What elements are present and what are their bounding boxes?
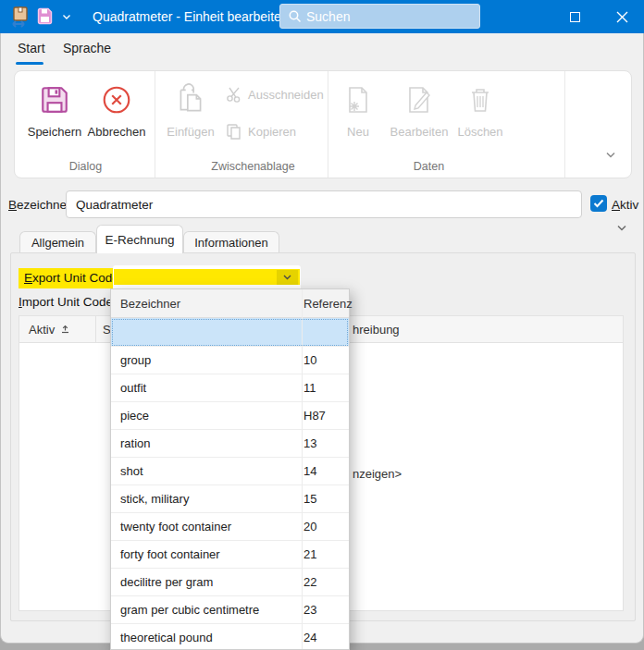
trash-icon (466, 80, 494, 119)
speichern-button[interactable]: Speichern (24, 77, 85, 154)
ribbon-panel: Speichern Abbrechen Dialog E (14, 70, 632, 178)
ribbon-collapse-chevron-icon[interactable] (604, 151, 617, 160)
dropdown-row[interactable]: forty foot container21 (111, 541, 349, 569)
ribbon-tab-sprache[interactable]: Sprache (63, 41, 111, 55)
dropdown-row-referenz: 14 (303, 458, 316, 485)
dropdown-row[interactable]: theoretical pound24 (111, 624, 349, 650)
neu-button[interactable]: Neu (330, 77, 386, 154)
dropdown-row-bezeichner: forty foot container (120, 541, 220, 569)
dropdown-row[interactable]: stick, military15 (111, 485, 349, 513)
loeschen-button[interactable]: Löschen (452, 77, 508, 154)
background-text-fragment: nzeigen> (353, 467, 402, 481)
dropdown-row-referenz: 20 (303, 513, 316, 541)
dropdown-row[interactable]: pieceH87 (111, 402, 349, 430)
bezeichner-input[interactable]: Quadratmeter (66, 190, 582, 218)
group-divider (155, 71, 155, 178)
dropdown-row[interactable]: twenty foot container20 (111, 513, 349, 541)
aktiv-label: Aktiv (612, 198, 638, 212)
tab-allgemein[interactable]: Allgemein (19, 231, 96, 252)
column-divider (95, 316, 96, 342)
dropdown-row-bezeichner: piece (120, 402, 149, 430)
neu-label: Neu (347, 125, 369, 139)
quick-access-chevron-icon[interactable] (61, 12, 72, 21)
tab-informationen[interactable]: Informationen (183, 231, 279, 252)
dropdown-column-divider (302, 289, 303, 649)
scissors-icon (226, 86, 242, 103)
dropdown-row-referenz: 15 (303, 485, 316, 513)
active-tab-indicator (16, 62, 43, 65)
export-unit-code-combobox[interactable] (113, 265, 301, 289)
dropdown-row[interactable]: ration13 (111, 430, 349, 458)
kopieren-button[interactable]: Kopieren (226, 123, 296, 140)
einfuegen-label: Einfügen (167, 125, 214, 139)
new-document-icon (343, 80, 373, 119)
app-logo-icon (11, 6, 31, 28)
paste-icon (174, 80, 207, 119)
dropdown-row-bezeichner: outfit (120, 374, 146, 402)
import-unit-codes-label: Import Unit Codes (19, 295, 119, 309)
close-icon (616, 11, 628, 23)
speichern-label: Speichern (28, 125, 82, 139)
dropdown-row-referenz: 24 (303, 624, 316, 650)
close-button[interactable] (601, 0, 643, 33)
dropdown-row-referenz: 11 (303, 374, 316, 402)
dropdown-row-referenz: 13 (303, 430, 316, 458)
dropdown-row[interactable] (111, 318, 349, 347)
group-label-dialog: Dialog (37, 160, 134, 173)
titlebar: Quadratmeter - Einheit bearbeiten Suchen (0, 0, 644, 33)
group-label-zwischenablage: Zwischenablage (181, 160, 325, 173)
dropdown-row[interactable]: gram per cubic centimetre23 (111, 596, 349, 624)
tab-e-rechnung[interactable]: E-Rechnung (96, 225, 183, 253)
column-header-beschreibung[interactable]: hreibung (353, 316, 400, 343)
save-icon (39, 80, 70, 119)
edit-document-icon (404, 80, 434, 119)
dropdown-row-bezeichner: theoretical pound (120, 624, 213, 650)
dropdown-row[interactable]: outfit11 (111, 374, 349, 402)
group-label-daten: Daten (371, 160, 487, 173)
dropdown-row[interactable]: shot14 (111, 458, 349, 485)
group-divider (564, 71, 565, 178)
search-icon (288, 9, 303, 24)
dropdown-header-bezeichner: Bezeichner (120, 289, 180, 318)
bearbeiten-label: Bearbeiten (390, 125, 449, 139)
einfuegen-button[interactable]: Einfügen (160, 77, 221, 154)
combobox-highlight (114, 269, 300, 285)
search-input[interactable]: Suchen (279, 4, 480, 29)
abbrechen-label: Abbrechen (88, 125, 146, 139)
chevron-down-icon (282, 274, 292, 281)
sort-ascending-icon (60, 325, 70, 335)
dropdown-row-referenz: 10 (303, 347, 316, 374)
column-header-aktiv[interactable]: Aktiv (29, 316, 70, 343)
dropdown-row-bezeichner: group (120, 347, 151, 374)
dropdown-row[interactable]: group10 (111, 347, 349, 374)
app-window: Quadratmeter - Einheit bearbeiten Suchen… (0, 0, 644, 644)
dropdown-row-bezeichner: gram per cubic centimetre (120, 596, 259, 624)
cancel-icon (101, 80, 132, 119)
ribbon-tab-start[interactable]: Start (18, 41, 45, 55)
panel-collapse-chevron-icon[interactable] (615, 224, 628, 233)
ausschneiden-button[interactable]: Ausschneiden (226, 86, 324, 103)
combobox-dropdown-button[interactable] (277, 270, 298, 285)
abbrechen-button[interactable]: Abbrechen (86, 77, 147, 154)
dropdown-row-bezeichner: stick, military (120, 485, 189, 513)
aktiv-checkbox[interactable] (590, 195, 607, 212)
search-placeholder: Suchen (306, 9, 350, 24)
window-title: Quadratmeter - Einheit bearbeiten (93, 0, 289, 33)
export-unit-code-label: Export Unit Code (19, 268, 125, 288)
dropdown-row[interactable]: decilitre per gram22 (111, 569, 349, 596)
ausschneiden-label: Ausschneiden (248, 88, 324, 102)
check-icon (593, 199, 604, 208)
dropdown-row-referenz: H87 (303, 402, 326, 430)
dropdown-row-bezeichner: ration (120, 430, 151, 458)
dropdown-row-referenz: 23 (303, 596, 316, 624)
maximize-button[interactable] (553, 0, 596, 33)
bezeichner-value: Quadratmeter (76, 198, 153, 212)
dropdown-row-bezeichner: twenty foot container (120, 513, 231, 541)
bearbeiten-button[interactable]: Bearbeiten (388, 77, 451, 154)
quick-access-save-icon[interactable] (37, 7, 53, 25)
dropdown-header-referenz: Referenz (303, 289, 353, 318)
group-divider (328, 71, 328, 178)
loeschen-label: Löschen (457, 125, 502, 139)
unit-code-dropdown: Bezeichner Referenz group10outfit11piece… (110, 288, 350, 650)
dropdown-rows: group10outfit11pieceH87ration13shot14sti… (111, 318, 349, 650)
